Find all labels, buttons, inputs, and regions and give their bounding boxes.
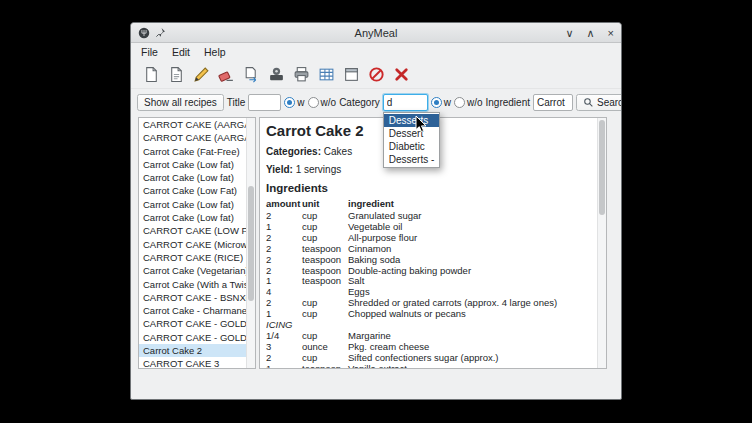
recipe-list-item[interactable]: CARROT CAKE - BSNX01A bbox=[139, 291, 255, 304]
category-with-option[interactable]: w bbox=[431, 97, 451, 108]
ingredient-name: Shredded or grated carrots (approx. 4 la… bbox=[348, 298, 590, 309]
ingredient-row: 2 cup Sifted confectioners sugar (approx… bbox=[266, 353, 590, 364]
recipe-list-item[interactable]: Carrot Cake (Vegetarian) bbox=[139, 264, 255, 277]
dialog-window-icon bbox=[343, 66, 360, 83]
recipe-list-item[interactable]: Carrot Cake (With a Twist) bbox=[139, 278, 255, 291]
ingredient-amount: 2 bbox=[266, 244, 302, 255]
print-recipe-button[interactable] bbox=[290, 64, 312, 86]
delete-recipe-button[interactable] bbox=[390, 64, 412, 86]
recipe-list-item[interactable]: CARROT CAKE (AARGAU) bbox=[139, 131, 255, 144]
category-dropdown[interactable]: DessertsDessertDiabeticDesserts - bbox=[383, 112, 441, 168]
ingredient-amount: 1 bbox=[266, 222, 302, 233]
category-filter-input[interactable] bbox=[383, 94, 428, 111]
recipe-list-item[interactable]: Carrot Cake (Low fat) bbox=[139, 211, 255, 224]
recipe-list-item[interactable]: CARROT CAKE 3 bbox=[139, 357, 255, 369]
recipe-list: CARROT CAKE (AARGAU)CARROT CAKE (AARGAU)… bbox=[139, 118, 255, 369]
category-dropdown-item[interactable]: Desserts bbox=[384, 114, 440, 127]
ingredient-row: 2 cup Shredded or grated carrots (approx… bbox=[266, 298, 590, 309]
ingredient-filter-label: Ingredient bbox=[486, 97, 530, 108]
wipe-database-button[interactable] bbox=[215, 64, 237, 86]
category-without-option[interactable]: w/o bbox=[454, 97, 483, 108]
title-bar[interactable]: AnyMeal ∨ ∧ × bbox=[131, 23, 621, 43]
recipe-list-item[interactable]: CARROT CAKE (LOW FAT) bbox=[139, 224, 255, 237]
ingredient-amount: 1/4 bbox=[266, 331, 302, 342]
ingredient-name: All-purpose flour bbox=[348, 233, 590, 244]
new-recipe-button[interactable] bbox=[140, 64, 162, 86]
table-view-button[interactable] bbox=[315, 64, 337, 86]
ingredient-name: Salt bbox=[348, 276, 590, 287]
scale-recipe-button[interactable] bbox=[265, 64, 287, 86]
ingredient-row: 2 teaspoon Cinnamon bbox=[266, 244, 590, 255]
menu-item[interactable]: Edit bbox=[166, 45, 196, 59]
category-without-radio[interactable] bbox=[454, 97, 465, 108]
cancel-button[interactable] bbox=[365, 64, 387, 86]
recipe-list-item[interactable]: CARROT CAKE (RICE) bbox=[139, 251, 255, 264]
edit-icon bbox=[193, 66, 210, 83]
ingredient-unit bbox=[302, 320, 348, 331]
pin-icon[interactable] bbox=[155, 27, 166, 38]
detail-scrollbar[interactable] bbox=[597, 118, 606, 368]
title-filter-input[interactable] bbox=[248, 94, 281, 111]
recipe-list-item[interactable]: Carrot Cake (Low fat) bbox=[139, 198, 255, 211]
recipe-list-item[interactable]: Carrot Cake (Low fat) bbox=[139, 158, 255, 171]
recipe-list-item[interactable]: Carrot Cake (Low Fat) bbox=[139, 184, 255, 197]
show-all-recipes-button[interactable]: Show all recipes bbox=[137, 94, 224, 111]
ingredient-row: 2 teaspoon Baking soda bbox=[266, 255, 590, 266]
category-dropdown-item[interactable]: Diabetic bbox=[384, 140, 440, 153]
ingredient-row: 1 cup Chopped walnuts or pecans bbox=[266, 309, 590, 320]
maximize-button[interactable]: ∧ bbox=[587, 23, 595, 43]
recipe-list-item[interactable]: Carrot Cake - Charmane An... bbox=[139, 304, 255, 317]
amount-header: amount bbox=[266, 198, 302, 209]
ingredient-unit: cup bbox=[302, 211, 348, 222]
title-with-label: w bbox=[297, 97, 304, 108]
close-button[interactable]: × bbox=[608, 23, 614, 43]
menu-item[interactable]: Help bbox=[198, 45, 232, 59]
category-dropdown-item[interactable]: Desserts - bbox=[384, 153, 440, 166]
detail-scrollbar-thumb[interactable] bbox=[599, 120, 605, 215]
ingredient-amount: ICING bbox=[266, 320, 302, 331]
recipe-list-item[interactable]: CARROT CAKE (Microwave) bbox=[139, 238, 255, 251]
title-filter-label: Title bbox=[227, 97, 246, 108]
recipe-list-item[interactable]: Carrot Cake 2 bbox=[139, 344, 255, 357]
ingredient-unit: cup bbox=[302, 233, 348, 244]
ingredient-amount: 3 bbox=[266, 342, 302, 353]
ingredient-amount: 2 bbox=[266, 266, 302, 277]
recipe-list-scrollbar-thumb[interactable] bbox=[248, 186, 254, 301]
title-without-option[interactable]: w/o bbox=[308, 97, 337, 108]
menu-item[interactable]: File bbox=[135, 45, 164, 59]
filter-bar: Show all recipes Title w w/o Category De… bbox=[131, 89, 621, 115]
ingredient-amount: 2 bbox=[266, 255, 302, 266]
recipe-list-item[interactable]: Carrot Cake (Low fat) bbox=[139, 171, 255, 184]
recipe-list-item[interactable]: CARROT CAKE - GOLDBECK bbox=[139, 317, 255, 330]
edit-recipe-button[interactable] bbox=[190, 64, 212, 86]
app-icon[interactable] bbox=[138, 27, 150, 39]
title-with-radio[interactable] bbox=[284, 97, 295, 108]
ingredient-name: Granulated sugar bbox=[348, 211, 590, 222]
title-without-radio[interactable] bbox=[308, 97, 319, 108]
minimize-button[interactable]: ∨ bbox=[565, 23, 573, 43]
ingredient-row: 4 Eggs bbox=[266, 287, 590, 298]
eraser-icon bbox=[218, 66, 235, 83]
ingredient-unit: cup bbox=[302, 353, 348, 364]
category-dropdown-item[interactable]: Dessert bbox=[384, 127, 440, 140]
ingredient-row: 2 cup Granulated sugar bbox=[266, 211, 590, 222]
recipe-list-item[interactable]: CARROT CAKE - GOLDBECK bbox=[139, 331, 255, 344]
recipe-list-item[interactable]: CARROT CAKE (AARGAU) bbox=[139, 118, 255, 131]
ingredient-name bbox=[348, 320, 590, 331]
categories-label: Categories: bbox=[266, 146, 321, 157]
category-with-radio[interactable] bbox=[431, 97, 442, 108]
cancel-icon bbox=[368, 66, 385, 83]
ingredient-name: Eggs bbox=[348, 287, 590, 298]
ingredient-name: Sifted confectioners sugar (approx.) bbox=[348, 353, 590, 364]
ingredient-unit: cup bbox=[302, 298, 348, 309]
ingredient-name: Double-acting baking powder bbox=[348, 266, 590, 277]
search-button[interactable]: Search bbox=[576, 94, 622, 111]
import-recipe-button[interactable] bbox=[165, 64, 187, 86]
title-with-option[interactable]: w bbox=[284, 97, 304, 108]
recipe-list-item[interactable]: Carrot Cake (Fat-Free) bbox=[139, 145, 255, 158]
export-recipe-button[interactable] bbox=[240, 64, 262, 86]
ingredient-filter-input[interactable] bbox=[533, 94, 573, 111]
recipe-list-scrollbar[interactable] bbox=[246, 118, 255, 368]
units-dialog-button[interactable] bbox=[340, 64, 362, 86]
category-with-label: w bbox=[444, 97, 451, 108]
